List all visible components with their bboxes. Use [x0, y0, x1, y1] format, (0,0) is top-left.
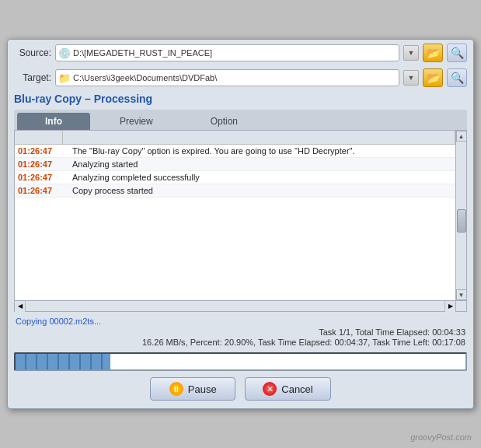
pause-label: Pause: [188, 383, 217, 395]
pause-button[interactable]: ⏸ Pause: [150, 377, 235, 401]
scroll-right-arrow[interactable]: ▶: [444, 301, 455, 312]
log-message: Analyzing completed successfully: [66, 173, 200, 182]
source-folder-btn[interactable]: 📂: [423, 44, 443, 62]
scroll-thumb[interactable]: [457, 209, 466, 233]
scroll-down-arrow[interactable]: ▼: [456, 289, 467, 300]
log-time: 01:26:47: [18, 186, 66, 195]
stats-line1: Task 1/1, Total Time Elapsed: 00:04:33: [16, 327, 465, 337]
status-area: Copying 00002.m2ts... Task 1/1, Total Ti…: [8, 312, 473, 349]
scroll-corner: [456, 301, 467, 312]
target-folder-btn[interactable]: 📂: [423, 68, 443, 87]
cancel-label: Cancel: [281, 383, 312, 395]
tabs-bar: Info Preview Option: [14, 110, 467, 130]
source-label: Source:: [14, 47, 51, 58]
log-message: Analyzing started: [66, 159, 138, 169]
folder-icon: 📁: [59, 72, 70, 83]
log-time: 01:26:47: [18, 173, 66, 182]
source-row: Source: 💿 D:\[MEGADETH_RUST_IN_PEACE] ▼ …: [8, 40, 473, 65]
main-window: Source: 💿 D:\[MEGADETH_RUST_IN_PEACE] ▼ …: [7, 39, 474, 409]
log-row: 01:26:47The "Blu-ray Copy" option is exp…: [15, 145, 455, 158]
col-time: [15, 131, 63, 144]
section-title: Blu-ray Copy – Processing: [8, 89, 473, 110]
log-row: 01:26:47Analyzing completed successfully: [15, 171, 455, 184]
log-row: 01:26:47Analyzing started: [15, 158, 455, 171]
tab-option[interactable]: Option: [183, 113, 266, 130]
progress-bar-wrap: [14, 352, 467, 371]
log-message: The "Blu-ray Copy" option is expired. Yo…: [66, 146, 355, 156]
log-time: 01:26:47: [18, 146, 66, 156]
scroll-left-arrow[interactable]: ◀: [15, 301, 26, 312]
log-row: 01:26:47Copy process started: [15, 184, 455, 198]
log-message: Copy process started: [66, 186, 153, 195]
scrollbar-horizontal[interactable]: ◀ ▶: [14, 301, 456, 312]
progress-bar: [16, 354, 110, 369]
target-dropdown[interactable]: ▼: [403, 70, 419, 86]
cancel-icon: ✕: [263, 382, 277, 396]
source-dropdown[interactable]: ▼: [403, 45, 419, 61]
tab-preview[interactable]: Preview: [92, 113, 181, 130]
source-input-wrap: 💿 D:\[MEGADETH_RUST_IN_PEACE]: [55, 44, 399, 61]
log-header: [15, 131, 455, 145]
col-message: [63, 131, 455, 144]
cancel-button[interactable]: ✕ Cancel: [245, 377, 330, 401]
watermark: groovyPost.com: [410, 432, 472, 442]
scrollbar-vertical[interactable]: ▲ ▼: [456, 130, 467, 301]
log-table: 01:26:47The "Blu-ray Copy" option is exp…: [14, 130, 456, 301]
target-search-btn[interactable]: 🔍: [447, 68, 467, 87]
target-value: C:\Users\i3geek\Documents\DVDFab\: [73, 73, 396, 82]
stats-line2: 16.26 MB/s, Percent: 20.90%, Task Time E…: [16, 338, 465, 347]
copying-text: Copying 00002.m2ts...: [16, 317, 465, 326]
source-search-btn[interactable]: 🔍: [447, 44, 467, 62]
source-value: D:\[MEGADETH_RUST_IN_PEACE]: [73, 48, 396, 58]
target-label: Target:: [14, 72, 51, 83]
scrollbar-h-container: ◀ ▶: [14, 301, 467, 312]
disc-icon: 💿: [59, 47, 70, 58]
log-container: 01:26:47The "Blu-ray Copy" option is exp…: [14, 130, 467, 301]
target-row: Target: 📁 C:\Users\i3geek\Documents\DVDF…: [8, 65, 473, 89]
target-input-wrap: 📁 C:\Users\i3geek\Documents\DVDFab\: [55, 69, 399, 86]
buttons-row: ⏸ Pause ✕ Cancel: [8, 377, 473, 401]
pause-icon: ⏸: [169, 382, 183, 396]
log-rows: 01:26:47The "Blu-ray Copy" option is exp…: [15, 145, 455, 198]
tab-info[interactable]: Info: [17, 113, 90, 130]
log-time: 01:26:47: [18, 159, 66, 169]
scroll-up-arrow[interactable]: ▲: [456, 131, 467, 142]
